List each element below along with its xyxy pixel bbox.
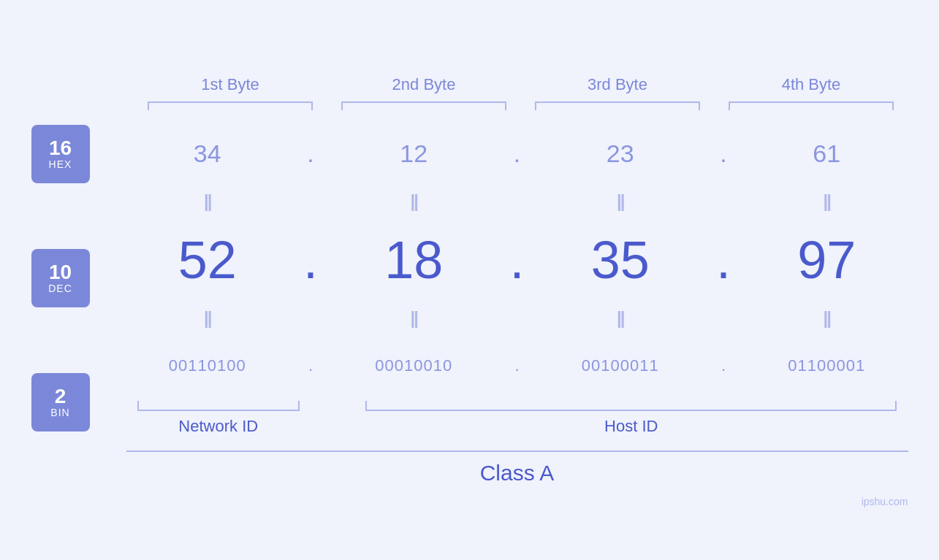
- dec-byte-3: 35: [539, 230, 702, 290]
- hex-byte-2: 12: [332, 139, 495, 168]
- byte-header-2: 2nd Byte: [327, 75, 521, 94]
- top-bracket-3: [521, 101, 715, 110]
- bin-row: 00110100 . 00010010 . 00100011 .: [126, 337, 908, 395]
- byte-header-1: 1st Byte: [134, 75, 327, 94]
- eq1-3: ||: [539, 191, 702, 212]
- hex-byte-3: 23: [539, 139, 702, 168]
- byte-header-4: 4th Byte: [715, 75, 908, 94]
- bin-byte-2: 00010010: [332, 356, 495, 375]
- host-id-bracket: Host ID: [354, 401, 908, 436]
- top-bracket-1: [134, 101, 327, 110]
- eq1-4: ||: [745, 191, 908, 212]
- bin-byte-4: 01100001: [745, 356, 908, 375]
- bottom-brackets: Network ID Host ID: [126, 401, 908, 436]
- byte-header-3: 3rd Byte: [521, 75, 715, 94]
- eq1-2: ||: [332, 191, 495, 212]
- hex-label: 16 HEX: [31, 125, 90, 183]
- dec-byte-2: 18: [332, 230, 495, 290]
- top-bracket-2: [327, 101, 521, 110]
- hex-row: 34 . 12 . 23 . 61: [126, 125, 908, 183]
- top-brackets: [134, 101, 908, 110]
- eq2-1: ||: [126, 308, 289, 329]
- network-id-label: Network ID: [178, 417, 258, 436]
- dec-sep-2: .: [495, 230, 539, 290]
- bin-label: 2 BIN: [31, 373, 90, 431]
- host-id-label: Host ID: [604, 417, 658, 436]
- bin-byte-3: 00100011: [539, 356, 702, 375]
- hex-sep-2: .: [495, 139, 539, 168]
- dec-byte-1: 52: [126, 230, 289, 290]
- hex-byte-1: 34: [126, 139, 289, 168]
- dec-row: 52 . 18 . 35 . 97: [126, 220, 908, 300]
- eq2-4: ||: [745, 308, 908, 329]
- class-row: Class A: [126, 450, 908, 486]
- dec-label: 10 DEC: [31, 249, 90, 307]
- equals-row-2: || || || ||: [126, 300, 908, 337]
- bin-sep-2: .: [495, 356, 539, 375]
- dec-sep-1: .: [289, 230, 332, 290]
- class-line: [126, 450, 908, 452]
- hex-sep-3: .: [702, 139, 745, 168]
- hex-byte-4: 61: [745, 139, 908, 168]
- label-column: 16 HEX 10 DEC 2 BIN: [31, 125, 126, 486]
- equals-row-1: || || || ||: [126, 183, 908, 220]
- watermark: ipshu.com: [862, 496, 908, 507]
- class-label: Class A: [480, 461, 555, 486]
- network-id-bracket: Network ID: [126, 401, 311, 436]
- bin-byte-1: 00110100: [126, 356, 289, 375]
- eq1-1: ||: [126, 191, 289, 212]
- dec-byte-4: 97: [745, 230, 908, 290]
- bin-sep-1: .: [289, 356, 332, 375]
- main-grid: 16 HEX 10 DEC 2 BIN 34 .: [31, 125, 908, 486]
- top-bracket-4: [715, 101, 908, 110]
- data-area: 34 . 12 . 23 . 61: [126, 125, 908, 486]
- byte-headers: 1st Byte 2nd Byte 3rd Byte 4th Byte: [134, 75, 908, 94]
- hex-sep-1: .: [289, 139, 332, 168]
- eq2-3: ||: [539, 308, 702, 329]
- dec-sep-3: .: [702, 230, 745, 290]
- bin-sep-3: .: [702, 356, 745, 375]
- eq2-2: ||: [332, 308, 495, 329]
